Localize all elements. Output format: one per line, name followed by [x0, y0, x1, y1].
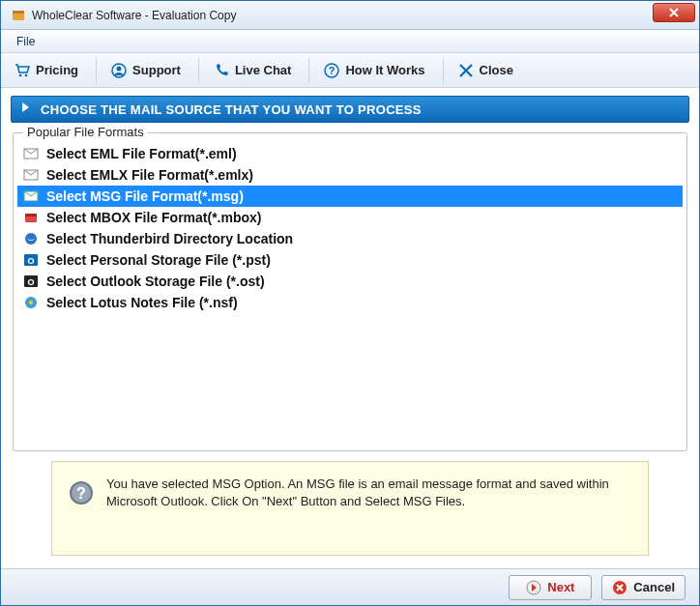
- content-area: Popular File Formats Select EML File For…: [13, 132, 687, 568]
- banner-arrow-icon: [19, 101, 33, 118]
- svg-point-3: [25, 73, 28, 76]
- svg-point-19: [29, 301, 33, 304]
- format-item-pst-label: Select Personal Storage File (*.pst): [46, 252, 271, 268]
- window-close-button[interactable]: [653, 3, 695, 22]
- toolbar-livechat-label: Live Chat: [235, 63, 292, 77]
- format-item-nsf[interactable]: Select Lotus Notes File (*.nsf): [17, 292, 683, 313]
- toolbar-howitworks-label: How It Works: [345, 63, 424, 77]
- format-item-emlx-label: Select EMLX File Format(*.emlx): [46, 167, 253, 183]
- headset-icon: [110, 62, 128, 79]
- format-item-eml[interactable]: Select EML File Format(*.eml): [17, 143, 683, 164]
- menubar: File: [1, 30, 699, 53]
- toolbar: Pricing Support Live Chat ? How It Works…: [1, 53, 699, 88]
- format-item-emlx[interactable]: Select EMLX File Format(*.emlx): [17, 164, 683, 186]
- titlebar[interactable]: WholeClear Software - Evaluation Copy: [1, 1, 699, 30]
- format-item-msg[interactable]: Select MSG File Format(*.msg): [17, 186, 683, 207]
- cancel-button-label: Cancel: [633, 580, 675, 594]
- banner: CHOOSE THE MAIL SOURCE THAT YOU WANT TO …: [11, 96, 689, 123]
- app-icon: [11, 8, 26, 23]
- info-icon: ?: [68, 479, 95, 506]
- formats-legend: Popular File Formats: [23, 125, 148, 139]
- next-button-label: Next: [547, 580, 574, 594]
- toolbar-close-label: Close: [480, 63, 513, 77]
- next-button[interactable]: Next: [509, 575, 592, 600]
- format-item-mbox-label: Select MBOX File Format(*.mbox): [46, 210, 261, 225]
- eml-icon: [23, 146, 39, 161]
- banner-text: CHOOSE THE MAIL SOURCE THAT YOU WANT TO …: [41, 102, 422, 117]
- msg-icon: [23, 188, 39, 204]
- format-item-msg-label: Select MSG File Format(*.msg): [46, 188, 244, 204]
- svg-rect-1: [13, 11, 24, 14]
- format-item-nsf-label: Select Lotus Notes File (*.nsf): [46, 295, 238, 310]
- toolbar-support-label: Support: [132, 63, 181, 77]
- svg-text:?: ?: [329, 65, 335, 76]
- format-item-pst[interactable]: O Select Personal Storage File (*.pst): [17, 249, 683, 271]
- thunderbird-icon: [23, 231, 39, 246]
- cancel-button[interactable]: Cancel: [601, 575, 685, 600]
- mbox-icon: [23, 210, 39, 225]
- app-window: WholeClear Software - Evaluation Copy Fi…: [0, 0, 700, 606]
- svg-text:?: ?: [76, 485, 86, 502]
- format-item-eml-label: Select EML File Format(*.eml): [46, 146, 237, 161]
- toolbar-livechat[interactable]: Live Chat: [198, 58, 298, 83]
- svg-text:O: O: [27, 277, 34, 287]
- formats-frame: Popular File Formats Select EML File For…: [13, 132, 687, 451]
- menu-file[interactable]: File: [9, 33, 43, 50]
- info-box: ? You have selected MSG Option. An MSG f…: [51, 461, 649, 556]
- format-item-ost-label: Select Outlook Storage File (*.ost): [46, 274, 265, 289]
- format-item-thunderbird-label: Select Thunderbird Directory Location: [46, 231, 293, 246]
- info-text: You have selected MSG Option. An MSG fil…: [106, 476, 632, 510]
- format-item-mbox[interactable]: Select MBOX File Format(*.mbox): [17, 207, 683, 228]
- cancel-x-icon: [612, 580, 627, 595]
- toolbar-pricing[interactable]: Pricing: [7, 58, 84, 83]
- toolbar-pricing-label: Pricing: [36, 63, 78, 77]
- ost-icon: O: [23, 274, 39, 289]
- phone-icon: [213, 62, 230, 79]
- window-title: WholeClear Software - Evaluation Copy: [32, 9, 236, 22]
- svg-point-2: [19, 73, 22, 76]
- svg-rect-12: [25, 214, 37, 216]
- format-item-thunderbird[interactable]: Select Thunderbird Directory Location: [17, 228, 683, 249]
- footer: Next Cancel: [1, 568, 699, 605]
- emlx-icon: [23, 167, 39, 183]
- cart-icon: [14, 62, 31, 79]
- close-icon: [457, 62, 475, 79]
- svg-point-13: [25, 233, 37, 245]
- toolbar-close[interactable]: Close: [443, 58, 519, 83]
- pst-icon: O: [23, 252, 39, 268]
- format-list: Select EML File Format(*.eml) Select EML…: [17, 143, 683, 313]
- question-icon: ?: [323, 62, 340, 79]
- svg-point-5: [117, 66, 122, 71]
- svg-text:O: O: [27, 256, 34, 266]
- format-item-ost[interactable]: O Select Outlook Storage File (*.ost): [17, 271, 683, 292]
- toolbar-support[interactable]: Support: [96, 58, 187, 83]
- nsf-icon: [23, 295, 39, 310]
- toolbar-howitworks[interactable]: ? How It Works: [308, 58, 430, 83]
- next-arrow-icon: [526, 580, 541, 595]
